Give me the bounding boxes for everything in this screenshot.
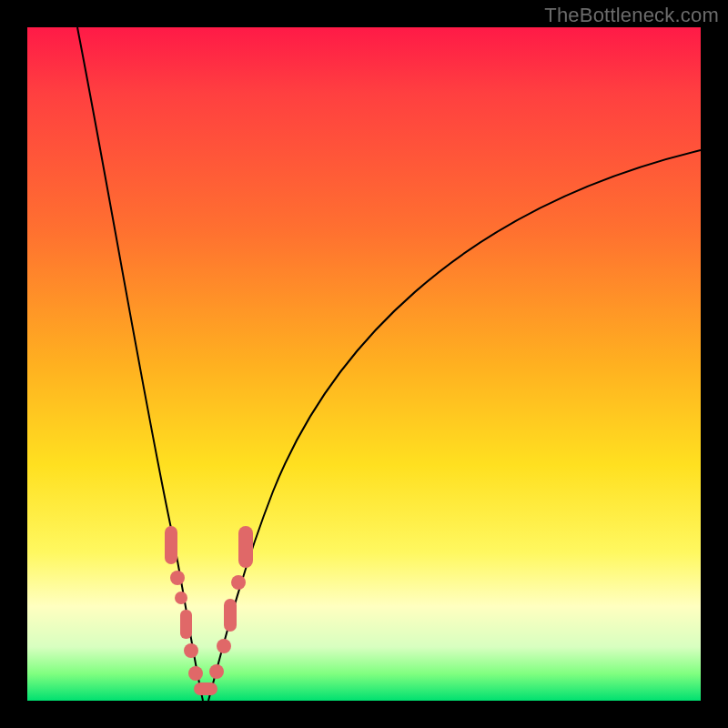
watermark-text: TheBottleneck.com bbox=[544, 4, 719, 27]
marker-dot bbox=[238, 526, 253, 568]
marker-dot bbox=[194, 682, 217, 695]
marker-dot bbox=[209, 664, 224, 679]
marker-dot bbox=[165, 526, 177, 564]
marker-dot bbox=[217, 639, 231, 653]
plot-area bbox=[27, 27, 701, 701]
curve-right bbox=[208, 150, 701, 701]
marker-dot bbox=[224, 599, 237, 632]
marker-dot bbox=[188, 666, 203, 681]
marker-dot bbox=[175, 592, 187, 604]
marker-dot bbox=[170, 571, 185, 585]
chart-frame: TheBottleneck.com bbox=[0, 0, 728, 728]
marker-dot bbox=[180, 610, 192, 639]
marker-dot bbox=[231, 575, 246, 590]
curve-layer bbox=[27, 27, 701, 701]
marker-dot bbox=[184, 643, 198, 658]
